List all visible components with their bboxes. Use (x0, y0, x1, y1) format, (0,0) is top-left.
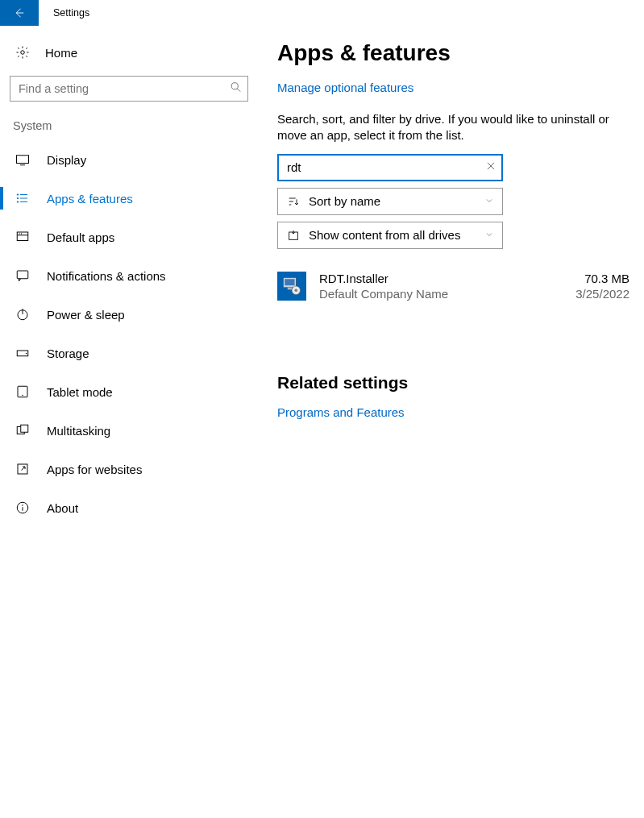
sidebar-item-default-apps[interactable]: Default apps (0, 218, 258, 256)
svg-rect-11 (17, 232, 28, 241)
svg-point-8 (17, 194, 19, 196)
tablet-icon (15, 384, 31, 399)
sidebar-item-label: Apps for websites (47, 463, 142, 476)
app-name: RDT.Installer (319, 272, 575, 285)
programs-features-link[interactable]: Programs and Features (277, 405, 405, 419)
category-header: System (10, 114, 248, 140)
app-company: Default Company Name (319, 287, 575, 301)
sidebar-item-label: Power & sleep (47, 308, 125, 322)
app-date: 3/25/2022 (575, 287, 629, 301)
svg-point-19 (26, 353, 27, 355)
sidebar-item-label: Multitasking (47, 424, 110, 438)
sort-combo[interactable]: Sort by name (277, 188, 503, 215)
sidebar-item-power-sleep[interactable]: Power & sleep (0, 295, 258, 334)
power-icon (15, 307, 31, 322)
sidebar-item-label: Tablet mode (47, 385, 113, 399)
svg-rect-3 (17, 156, 29, 164)
home-label: Home (45, 46, 77, 60)
related-settings-heading: Related settings (277, 373, 629, 392)
svg-rect-33 (285, 279, 294, 285)
sidebar-item-label: Apps & features (47, 192, 133, 206)
info-icon (15, 500, 31, 515)
svg-point-27 (22, 505, 23, 506)
svg-point-9 (17, 197, 19, 199)
intro-text: Search, sort, and filter by drive. If yo… (277, 111, 616, 144)
close-icon (485, 160, 497, 172)
sidebar-item-about[interactable]: About (0, 488, 258, 527)
sidebar-item-label: Display (47, 153, 86, 167)
sidebar-item-apps-features[interactable]: Apps & features (0, 179, 258, 218)
app-list-item[interactable]: RDT.Installer Default Company Name 70.3 … (277, 264, 629, 309)
chevron-down-icon (484, 194, 494, 208)
list-icon (15, 191, 31, 206)
back-button[interactable] (0, 0, 39, 26)
sidebar-item-label: Notifications & actions (47, 269, 166, 283)
app-search-input[interactable] (277, 154, 503, 181)
open-icon (15, 462, 31, 476)
app-size: 70.3 MB (575, 272, 629, 285)
notifications-icon (15, 268, 31, 283)
svg-point-0 (21, 51, 25, 55)
sidebar-item-storage[interactable]: Storage (0, 334, 258, 372)
svg-rect-34 (288, 287, 292, 289)
clear-search-button[interactable] (485, 160, 497, 175)
window-title: Settings (53, 7, 89, 19)
sidebar-item-notifications[interactable]: Notifications & actions (0, 256, 258, 295)
sidebar-item-label: Default apps (47, 230, 114, 244)
sort-icon (286, 195, 301, 208)
app-icon (277, 272, 306, 301)
svg-point-10 (17, 201, 19, 203)
svg-point-13 (19, 233, 20, 234)
page-title: Apps & features (277, 40, 629, 66)
sidebar-item-label: About (47, 501, 78, 515)
drive-icon (286, 229, 301, 242)
svg-rect-15 (17, 271, 28, 279)
find-setting-input[interactable] (10, 76, 248, 102)
svg-point-36 (295, 289, 298, 292)
sidebar-item-apps-websites[interactable]: Apps for websites (0, 450, 258, 488)
sidebar-item-multitasking[interactable]: Multitasking (0, 411, 258, 450)
gear-icon (15, 45, 31, 60)
manage-optional-features-link[interactable]: Manage optional features (277, 81, 413, 94)
svg-point-21 (22, 395, 23, 397)
chevron-down-icon (484, 228, 494, 242)
default-apps-icon (15, 230, 31, 244)
find-setting-search[interactable] (10, 76, 248, 102)
multitasking-icon (15, 423, 31, 438)
svg-point-14 (21, 233, 22, 234)
sidebar-item-label: Storage (47, 347, 89, 360)
home-nav[interactable]: Home (10, 35, 248, 71)
storage-icon (15, 346, 31, 360)
app-search-box[interactable] (277, 154, 503, 181)
sidebar-item-display[interactable]: Display (0, 140, 258, 179)
filter-label: Show content from all drives (309, 228, 484, 242)
display-icon (15, 152, 31, 167)
sidebar-item-tablet-mode[interactable]: Tablet mode (0, 372, 258, 411)
sort-label: Sort by name (309, 194, 484, 208)
arrow-left-icon (12, 6, 27, 20)
svg-rect-23 (21, 425, 28, 432)
filter-combo[interactable]: Show content from all drives (277, 222, 503, 249)
